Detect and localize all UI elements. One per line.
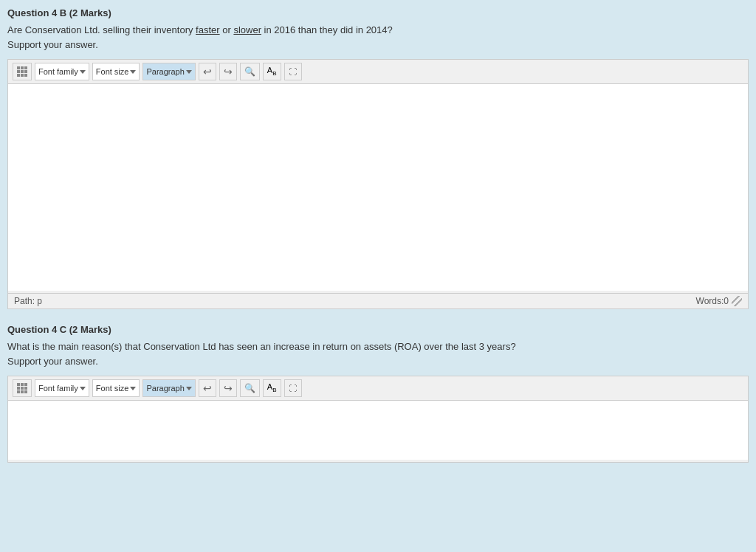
- editor-4b-textarea[interactable]: [8, 84, 748, 291]
- undo-icon-4b: ↩: [203, 66, 212, 77]
- paragraph-arrow-4c: [186, 387, 192, 390]
- grid-cell: [17, 383, 20, 386]
- grid-cell: [21, 383, 24, 386]
- faster-word: faster: [196, 24, 220, 35]
- question-4b-text-before: Are Conservation Ltd. selling their inve…: [7, 24, 196, 35]
- grid-cell: [24, 66, 27, 69]
- grid-icon-btn-4b[interactable]: [13, 63, 32, 80]
- question-4b-text: Are Conservation Ltd. selling their inve…: [7, 23, 749, 52]
- font-family-select-4c[interactable]: Font family: [35, 379, 89, 397]
- font-family-arrow-4b: [80, 70, 86, 74]
- fullscreen-icon-4b: ⛶: [289, 67, 297, 76]
- paragraph-select-4b[interactable]: Paragraph: [142, 63, 195, 80]
- font-size-select-4b[interactable]: Font size: [92, 63, 140, 80]
- paragraph-arrow-4b: [186, 70, 192, 74]
- grid-icon-4b: [17, 66, 27, 77]
- words-label-4b: Words:0: [696, 296, 729, 306]
- grid-icon-btn-4c[interactable]: [13, 379, 32, 397]
- font-family-arrow-4c: [80, 387, 86, 390]
- redo-icon-4b: ↪: [224, 66, 233, 77]
- font-size-label-4b: Font size: [96, 67, 129, 76]
- find-btn-4b[interactable]: 🔍: [240, 63, 260, 80]
- paragraph-label-4b: Paragraph: [146, 67, 184, 76]
- fullscreen-icon-4c: ⛶: [289, 384, 297, 393]
- paragraph-select-4c[interactable]: Paragraph: [142, 379, 195, 397]
- editor-4c-textarea[interactable]: [8, 401, 748, 460]
- grid-cell: [21, 66, 24, 69]
- find-btn-4c[interactable]: 🔍: [240, 379, 260, 397]
- grid-cell: [24, 74, 27, 77]
- grid-cell: [21, 70, 24, 73]
- fullscreen-btn-4b[interactable]: ⛶: [284, 63, 302, 80]
- ab-icon-4c: AB: [267, 382, 277, 393]
- grid-cell: [17, 66, 20, 69]
- grid-cell: [17, 390, 20, 393]
- question-4c-text-line1: What is the main reason(s) that Conserva…: [7, 341, 516, 352]
- question-4b-title: Question 4 B (2 Marks): [7, 7, 749, 18]
- font-family-label-4c: Font family: [38, 384, 78, 393]
- slower-word: slower: [233, 24, 261, 35]
- undo-btn-4b[interactable]: ↩: [199, 63, 216, 80]
- find-icon-4c: 🔍: [244, 383, 255, 393]
- grid-cell: [17, 387, 20, 390]
- font-size-arrow-4b: [130, 70, 136, 74]
- grid-cell: [17, 70, 20, 73]
- question-4c-section: Question 4 C (2 Marks) What is the main …: [7, 324, 749, 463]
- question-4c-text: What is the main reason(s) that Conserva…: [7, 339, 749, 368]
- grid-cell: [21, 74, 24, 77]
- grid-icon-4c: [17, 383, 27, 393]
- redo-btn-4c[interactable]: ↪: [219, 379, 237, 397]
- editor-4b: Font family Font size Paragraph ↩ ↪: [7, 59, 749, 309]
- resize-handle-4b[interactable]: [732, 296, 742, 306]
- font-size-arrow-4c: [130, 387, 136, 390]
- or-word: or: [220, 24, 234, 35]
- path-label-4b: Path: p: [14, 296, 42, 306]
- question-4c-support: Support your answer.: [7, 356, 98, 367]
- question-4c-title: Question 4 C (2 Marks): [7, 324, 749, 335]
- ab-icon-4b: AB: [267, 66, 277, 77]
- editor-4c-toolbar: Font family Font size Paragraph ↩ ↪: [8, 376, 748, 401]
- ab-btn-4b[interactable]: AB: [263, 63, 281, 80]
- ab-btn-4c[interactable]: AB: [263, 379, 281, 397]
- editor-4c: Font family Font size Paragraph ↩ ↪: [7, 376, 749, 463]
- question-4b-text-end: in 2016 than they did in 2014?: [261, 24, 393, 35]
- font-size-select-4c[interactable]: Font size: [92, 379, 140, 397]
- font-size-label-4c: Font size: [96, 384, 129, 393]
- grid-cell: [24, 390, 27, 393]
- grid-cell: [24, 387, 27, 390]
- question-4b-section: Question 4 B (2 Marks) Are Conservation …: [7, 7, 749, 309]
- grid-cell: [24, 70, 27, 73]
- grid-cell: [21, 387, 24, 390]
- find-icon-4b: 🔍: [244, 66, 255, 77]
- undo-btn-4c[interactable]: ↩: [199, 379, 216, 397]
- grid-cell: [24, 383, 27, 386]
- question-4b-support: Support your answer.: [7, 39, 98, 50]
- font-family-select-4b[interactable]: Font family: [35, 63, 89, 80]
- paragraph-label-4c: Paragraph: [146, 384, 184, 393]
- grid-cell: [17, 74, 20, 77]
- undo-icon-4c: ↩: [203, 382, 212, 394]
- fullscreen-btn-4c[interactable]: ⛶: [284, 379, 302, 397]
- grid-cell: [21, 390, 24, 393]
- font-family-label-4b: Font family: [38, 67, 78, 76]
- editor-4b-footer: Path: p Words:0: [8, 293, 748, 308]
- redo-icon-4c: ↪: [224, 382, 233, 394]
- redo-btn-4b[interactable]: ↪: [219, 63, 237, 80]
- editor-4b-toolbar: Font family Font size Paragraph ↩ ↪: [8, 60, 748, 84]
